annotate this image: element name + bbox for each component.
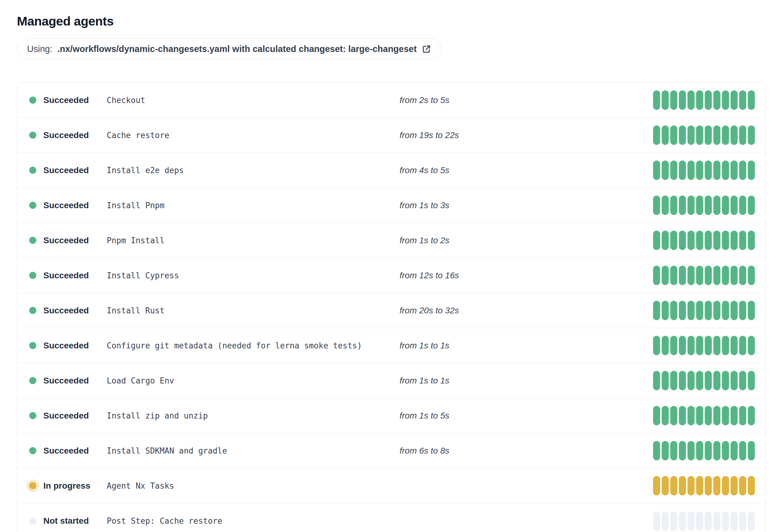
- agent-row[interactable]: Not started Post Step: Cache restore: [17, 503, 766, 532]
- progress-segment: [670, 336, 677, 355]
- progress-bar: [653, 301, 755, 320]
- progress-segment: [705, 511, 712, 531]
- progress-segment: [722, 266, 729, 285]
- progress-segment: [705, 371, 712, 390]
- progress-segment: [731, 441, 738, 460]
- progress-segment: [739, 336, 746, 355]
- progress-segment: [731, 301, 738, 320]
- progress-segment: [662, 301, 669, 320]
- status-label: Succeeded: [43, 376, 107, 386]
- agent-row[interactable]: Succeeded Install zip and unzip from 1s …: [17, 398, 766, 433]
- progress-segment: [679, 91, 686, 110]
- status-dot: [29, 307, 36, 314]
- progress-segment: [696, 195, 703, 215]
- progress-segment: [653, 371, 660, 390]
- workflow-banner[interactable]: Using: .nx/workflows/dynamic-changesets.…: [17, 38, 441, 59]
- step-name: Checkout: [107, 96, 400, 105]
- progress-segment: [739, 91, 746, 110]
- progress-segment: [713, 195, 720, 215]
- progress-segment: [696, 441, 703, 460]
- status-label: Succeeded: [43, 165, 107, 175]
- progress-segment: [705, 301, 712, 320]
- agent-row[interactable]: Succeeded Pnpm Install from 1s to 2s: [17, 223, 766, 258]
- progress-segment: [653, 406, 660, 425]
- progress-segment: [679, 231, 686, 250]
- progress-segment: [731, 406, 738, 425]
- progress-segment: [687, 160, 694, 180]
- progress-segment: [731, 195, 738, 215]
- status-label: Succeeded: [43, 201, 107, 210]
- progress-segment: [713, 336, 720, 355]
- step-duration: from 1s to 1s: [400, 376, 653, 386]
- step-duration: from 2s to 5s: [400, 95, 653, 105]
- progress-segment: [739, 195, 746, 215]
- progress-segment: [670, 476, 677, 495]
- progress-segment: [653, 441, 660, 460]
- step-duration: from 6s to 8s: [400, 446, 653, 456]
- agent-row[interactable]: Succeeded Install Rust from 20s to 32s: [17, 293, 766, 328]
- progress-bar: [653, 91, 755, 110]
- progress-segment: [739, 371, 746, 390]
- agent-row[interactable]: Succeeded Load Cargo Env from 1s to 1s: [17, 363, 766, 398]
- progress-segment: [722, 371, 729, 390]
- progress-segment: [687, 195, 694, 215]
- progress-segment: [653, 336, 660, 355]
- progress-segment: [687, 441, 694, 460]
- step-name: Install Pnpm: [107, 201, 400, 210]
- progress-segment: [679, 406, 686, 425]
- step-duration: from 1s to 2s: [400, 236, 653, 245]
- progress-segment: [722, 231, 729, 250]
- progress-segment: [705, 160, 712, 180]
- progress-segment: [679, 301, 686, 320]
- progress-segment: [722, 160, 729, 180]
- agent-row[interactable]: Succeeded Install SDKMAN and gradle from…: [17, 433, 766, 469]
- progress-segment: [748, 476, 755, 495]
- step-name: Pnpm Install: [107, 236, 400, 245]
- progress-segment: [705, 406, 712, 425]
- progress-segment: [662, 476, 669, 495]
- progress-segment: [653, 91, 660, 110]
- status-label: Succeeded: [43, 130, 107, 140]
- agent-row[interactable]: In progress Agent Nx Tasks: [17, 469, 766, 503]
- progress-segment: [653, 511, 660, 531]
- progress-segment: [696, 511, 703, 531]
- progress-segment: [679, 371, 686, 390]
- progress-segment: [748, 91, 755, 110]
- progress-segment: [713, 266, 720, 285]
- step-name: Install SDKMAN and gradle: [107, 446, 400, 455]
- progress-bar: [653, 511, 755, 531]
- progress-segment: [670, 441, 677, 460]
- progress-segment: [670, 371, 677, 390]
- progress-segment: [739, 231, 746, 250]
- progress-bar: [653, 336, 755, 355]
- progress-segment: [670, 195, 677, 215]
- progress-segment: [662, 195, 669, 215]
- status-dot: [29, 482, 36, 489]
- progress-segment: [653, 301, 660, 320]
- agent-row[interactable]: Succeeded Cache restore from 19s to 22s: [17, 118, 766, 153]
- agent-row[interactable]: Succeeded Install Cypress from 12s to 16…: [17, 258, 766, 293]
- progress-segment: [748, 336, 755, 355]
- agent-row[interactable]: Succeeded Install Pnpm from 1s to 3s: [17, 188, 766, 223]
- progress-bar: [653, 406, 755, 425]
- progress-segment: [722, 476, 729, 495]
- progress-segment: [662, 125, 669, 145]
- progress-segment: [679, 160, 686, 180]
- agents-list: Succeeded Checkout from 2s to 5s Succeed…: [17, 83, 766, 532]
- progress-segment: [662, 266, 669, 285]
- progress-segment: [696, 301, 703, 320]
- agent-row[interactable]: Succeeded Install e2e deps from 4s to 5s: [17, 153, 766, 188]
- progress-segment: [748, 511, 755, 531]
- progress-segment: [670, 160, 677, 180]
- progress-segment: [705, 195, 712, 215]
- status-dot: [29, 97, 36, 104]
- progress-segment: [748, 406, 755, 425]
- step-duration: from 1s to 1s: [400, 341, 653, 351]
- step-name: Post Step: Cache restore: [107, 516, 400, 526]
- status-dot: [29, 272, 36, 279]
- status-dot: [29, 447, 36, 454]
- progress-segment: [696, 476, 703, 495]
- agent-row[interactable]: Succeeded Configure git metadata (needed…: [17, 328, 766, 363]
- agent-row[interactable]: Succeeded Checkout from 2s to 5s: [17, 83, 766, 118]
- progress-segment: [653, 195, 660, 215]
